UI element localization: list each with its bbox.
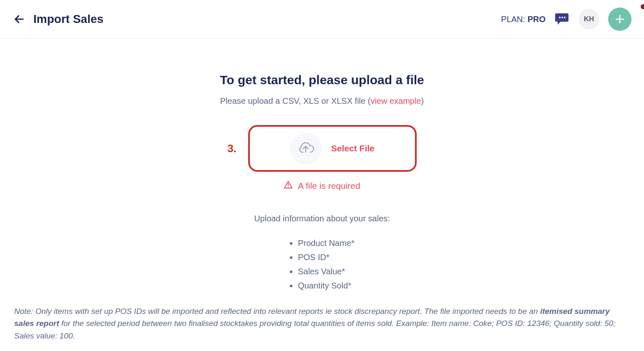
- note-prefix: Note: Only items with set up POS IDs wil…: [14, 307, 540, 316]
- footer-note: Note: Only items with set up POS IDs wil…: [14, 305, 630, 342]
- avatar[interactable]: KH: [579, 9, 599, 29]
- plan-label: PLAN:: [501, 15, 527, 24]
- page-title: Import Sales: [33, 13, 103, 26]
- subtext-prefix: Please upload a CSV, XLS or XLSX file (: [220, 96, 371, 105]
- upload-row: 3. Select File: [0, 125, 644, 172]
- list-item: Quantity Sold*: [298, 278, 355, 293]
- add-button[interactable]: [608, 8, 631, 31]
- subtext-suffix: ): [421, 96, 424, 105]
- back-arrow-icon[interactable]: [13, 13, 25, 25]
- requirements-list: Product Name* POS ID* Sales Value* Quant…: [289, 236, 355, 293]
- note-suffix: for the selected period between two fina…: [14, 319, 616, 340]
- chat-icon[interactable]: [555, 13, 570, 26]
- header: Import Sales PLAN: PRO KH: [0, 0, 644, 39]
- main-content: To get started, please upload a file Ple…: [0, 39, 644, 293]
- cloud-upload-icon: [290, 133, 321, 164]
- list-item: POS ID*: [298, 250, 355, 264]
- svg-point-2: [561, 17, 563, 18]
- header-left: Import Sales: [13, 13, 103, 26]
- view-example-link[interactable]: view example: [370, 96, 421, 105]
- select-file-label: Select File: [331, 143, 375, 153]
- step-number: 3.: [227, 142, 236, 155]
- warning-icon: [284, 180, 293, 191]
- svg-point-3: [564, 17, 566, 18]
- upload-info-line: Upload information about your sales:: [0, 214, 644, 223]
- list-item: Product Name*: [298, 236, 355, 250]
- svg-point-8: [288, 186, 289, 187]
- header-right: PLAN: PRO KH: [501, 8, 631, 31]
- select-file-box[interactable]: Select File: [248, 125, 417, 172]
- upload-headline: To get started, please upload a file: [0, 73, 644, 87]
- edge-indicator: [641, 4, 644, 9]
- file-required-error: A file is required: [0, 180, 644, 191]
- svg-point-1: [559, 17, 561, 18]
- list-item: Sales Value*: [298, 264, 355, 278]
- plan-value: PRO: [528, 15, 546, 24]
- upload-subtext: Please upload a CSV, XLS or XLSX file (v…: [0, 96, 644, 106]
- error-text: A file is required: [298, 181, 360, 191]
- plan-badge: PLAN: PRO: [501, 15, 546, 24]
